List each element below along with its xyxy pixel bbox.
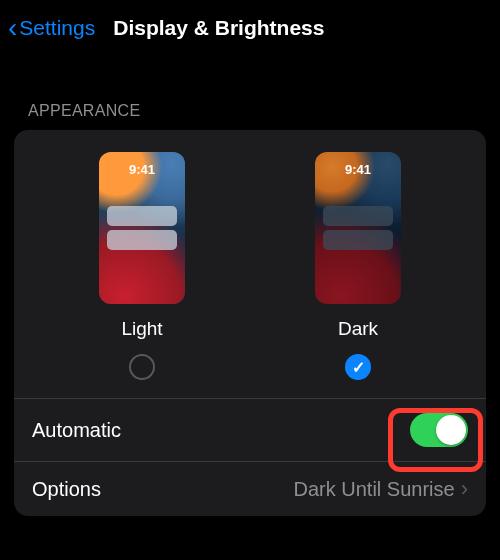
- dark-preview: 9:41: [315, 152, 401, 304]
- preview-notification: [107, 230, 177, 250]
- options-value: Dark Until Sunrise: [294, 478, 455, 501]
- row-automatic: Automatic: [14, 398, 486, 461]
- check-icon: ✓: [352, 358, 365, 377]
- row-options[interactable]: Options Dark Until Sunrise ›: [14, 461, 486, 516]
- preview-time-dark: 9:41: [315, 162, 401, 177]
- options-label: Options: [32, 478, 101, 501]
- appearance-previews: 9:41 Light 9:41 Dark ✓: [14, 130, 486, 398]
- page-title: Display & Brightness: [113, 16, 324, 40]
- appearance-option-dark[interactable]: 9:41 Dark ✓: [315, 152, 401, 380]
- chevron-right-icon: ›: [461, 476, 468, 502]
- automatic-label: Automatic: [32, 419, 121, 442]
- section-header-appearance: APPEARANCE: [0, 56, 500, 130]
- light-preview: 9:41: [99, 152, 185, 304]
- preview-notification: [323, 206, 393, 226]
- appearance-card: 9:41 Light 9:41 Dark ✓ Automatic: [14, 130, 486, 516]
- chevron-left-icon: ‹: [8, 14, 17, 42]
- appearance-option-light[interactable]: 9:41 Light: [99, 152, 185, 380]
- light-label: Light: [121, 318, 162, 340]
- radio-light[interactable]: [129, 354, 155, 380]
- options-value-container: Dark Until Sunrise ›: [294, 476, 469, 502]
- radio-dark[interactable]: ✓: [345, 354, 371, 380]
- preview-time-light: 9:41: [99, 162, 185, 177]
- toggle-knob: [436, 415, 466, 445]
- automatic-toggle[interactable]: [410, 413, 468, 447]
- back-button[interactable]: ‹ Settings: [8, 14, 95, 42]
- header-bar: ‹ Settings Display & Brightness: [0, 0, 500, 56]
- dark-label: Dark: [338, 318, 378, 340]
- preview-notification: [323, 230, 393, 250]
- preview-notification: [107, 206, 177, 226]
- back-label: Settings: [19, 16, 95, 40]
